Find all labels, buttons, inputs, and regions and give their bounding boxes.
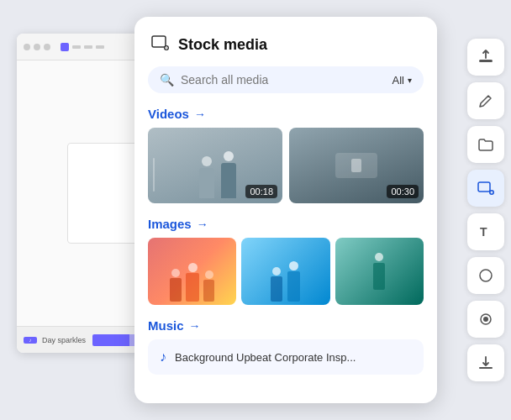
videos-grid: 00:18 00:30 [148,128,424,203]
svg-point-6 [480,270,492,281]
filter-label: All [392,74,404,87]
shapes-button[interactable] [467,257,504,294]
svg-point-8 [483,317,488,322]
images-section-header[interactable]: Images → [148,217,424,231]
toolbar-item [96,45,104,49]
svg-rect-3 [478,182,490,192]
chevron-down-icon: ▾ [408,76,412,85]
images-grid [148,238,424,305]
video-duration-1: 00:18 [245,185,277,198]
record-button[interactable] [467,301,504,338]
image-thumb-2[interactable] [241,238,329,305]
panel-header: Stock media [134,17,437,66]
stock-media-panel: Stock media 🔍 All ▾ Videos → [134,17,437,403]
panel-content: Videos → [134,103,437,403]
stock-media-button[interactable] [467,170,504,207]
panel-title: Stock media [178,36,267,54]
svg-text:T: T [480,225,487,239]
image-thumb-3[interactable] [335,238,424,305]
video-duration-2: 00:30 [387,185,419,198]
edit-button[interactable] [467,82,504,119]
music-label[interactable]: Music [148,318,184,333]
search-icon: 🔍 [160,73,174,87]
filter-dropdown[interactable]: All ▾ [392,74,412,87]
search-input[interactable] [181,73,386,87]
videos-section-header[interactable]: Videos → [148,107,424,121]
track-label: Day sparkles [42,336,86,344]
toolbar-dot [34,44,40,50]
music-track-title: Background Upbeat Corporate Insp... [175,351,356,364]
toolbar-item [84,45,92,49]
music-note-icon: ♪ [24,337,37,344]
toolbar-dot [44,44,50,50]
svg-rect-2 [479,60,493,62]
stock-media-header-icon [151,34,170,56]
video-thumb-1[interactable]: 00:18 [148,128,282,203]
search-bar[interactable]: 🔍 All ▾ [148,66,424,93]
videos-label[interactable]: Videos [148,107,189,121]
svg-rect-0 [152,36,166,47]
music-track-item[interactable]: ♪ Background Upbeat Corporate Insp... [148,339,424,375]
text-button[interactable]: T [467,213,504,250]
music-note-icon: ♪ [160,349,166,365]
video-thumb-2[interactable]: 00:30 [289,128,424,203]
toolbar-icon [61,43,69,51]
svg-rect-9 [479,367,493,369]
image-thumb-1[interactable] [148,238,236,305]
download-button[interactable] [467,344,504,381]
music-arrow-icon[interactable]: → [189,319,201,333]
right-sidebar: T [467,39,504,381]
videos-arrow-icon[interactable]: → [194,108,206,121]
toolbar-divider [72,45,81,49]
music-section-header[interactable]: Music → [148,318,424,333]
images-label[interactable]: Images [148,217,192,231]
images-arrow-icon[interactable]: → [197,218,208,231]
toolbar-dot [24,44,30,50]
folder-button[interactable] [467,126,504,163]
upload-button[interactable] [467,39,504,76]
